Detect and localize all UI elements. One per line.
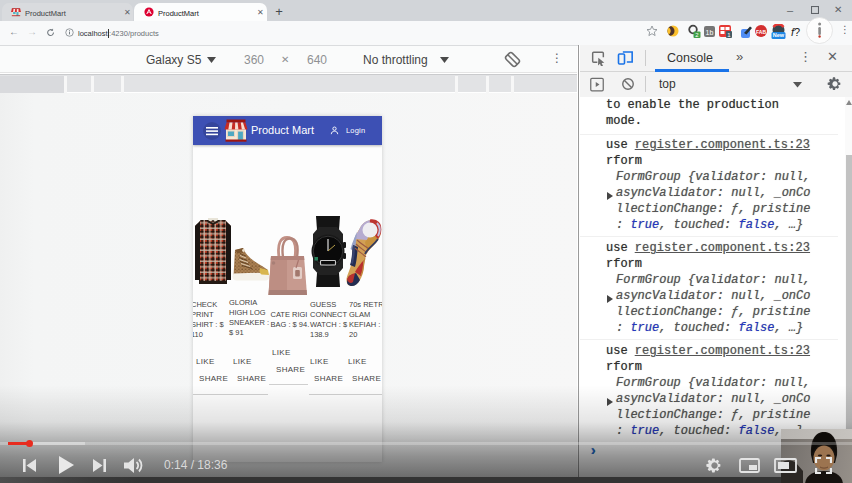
svg-text:FAB: FAB — [756, 29, 766, 35]
svg-text:1b: 1b — [706, 29, 714, 36]
svg-text:New: New — [773, 32, 785, 38]
